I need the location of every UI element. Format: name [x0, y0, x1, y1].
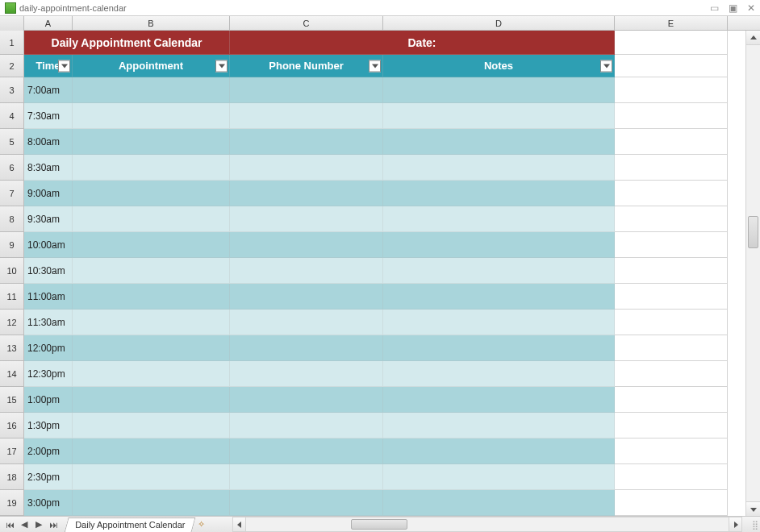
- empty-cell[interactable]: [615, 361, 728, 387]
- horizontal-scrollbar[interactable]: [232, 517, 742, 532]
- cell-time[interactable]: 8:30am: [24, 155, 73, 181]
- cell-notes[interactable]: [383, 129, 615, 155]
- cell-time[interactable]: 2:30pm: [24, 464, 73, 490]
- empty-cell[interactable]: [615, 55, 728, 77]
- cell-time[interactable]: 10:30am: [24, 258, 73, 284]
- row-header[interactable]: 8: [0, 206, 24, 232]
- sheet-tab-active[interactable]: Daily Appointment Calendar: [64, 517, 195, 532]
- row-header[interactable]: 14: [0, 361, 24, 387]
- cell-notes[interactable]: [383, 387, 615, 413]
- window-close-button[interactable]: ✕: [747, 3, 755, 13]
- sheet-nav-last[interactable]: ⏭: [47, 518, 60, 531]
- empty-cell[interactable]: [615, 464, 728, 490]
- column-header-C[interactable]: C: [230, 16, 383, 30]
- cell-phone[interactable]: [230, 181, 383, 206]
- sheet-nav-prev[interactable]: ◀: [18, 518, 31, 531]
- vertical-scroll-thumb[interactable]: [748, 216, 758, 248]
- row-header[interactable]: 5: [0, 129, 24, 155]
- cell-phone[interactable]: [230, 129, 383, 155]
- column-header-E[interactable]: E: [615, 16, 728, 30]
- column-header-A[interactable]: A: [24, 16, 73, 30]
- row-header[interactable]: 6: [0, 155, 24, 181]
- insert-sheet-button[interactable]: ✧: [194, 517, 208, 532]
- cell-phone[interactable]: [230, 77, 383, 103]
- cell-appointment[interactable]: [73, 181, 230, 206]
- sheet-nav-first[interactable]: ⏮: [3, 518, 16, 531]
- cell-appointment[interactable]: [73, 361, 230, 387]
- cell-phone[interactable]: [230, 103, 383, 129]
- empty-cell[interactable]: [615, 103, 728, 129]
- cell-notes[interactable]: [383, 464, 615, 490]
- cell-time[interactable]: 1:00pm: [24, 387, 73, 413]
- scroll-left-button[interactable]: [233, 517, 246, 531]
- cell-time[interactable]: 12:30pm: [24, 361, 73, 387]
- cell-time[interactable]: 3:00pm: [24, 490, 73, 516]
- empty-cell[interactable]: [615, 490, 728, 516]
- empty-cell[interactable]: [615, 232, 728, 258]
- cell-appointment[interactable]: [73, 464, 230, 490]
- cell-phone[interactable]: [230, 155, 383, 181]
- cell-phone[interactable]: [230, 258, 383, 284]
- resize-grip-icon[interactable]: ⣿: [745, 517, 760, 532]
- row-header[interactable]: 18: [0, 464, 24, 490]
- window-maximize-button[interactable]: ▣: [729, 3, 737, 13]
- cell-phone[interactable]: [230, 310, 383, 335]
- horizontal-scroll-thumb[interactable]: [351, 519, 407, 530]
- cell-time[interactable]: 9:00am: [24, 181, 73, 206]
- empty-cell[interactable]: [615, 181, 728, 206]
- cell-appointment[interactable]: [73, 103, 230, 129]
- title-cell-right[interactable]: Date:: [230, 31, 615, 55]
- cell-notes[interactable]: [383, 155, 615, 181]
- cell-time[interactable]: 11:30am: [24, 310, 73, 335]
- row-header[interactable]: 9: [0, 232, 24, 258]
- cell-appointment[interactable]: [73, 438, 230, 464]
- cell-notes[interactable]: [383, 284, 615, 310]
- cell-time[interactable]: 12:00pm: [24, 335, 73, 361]
- cell-phone[interactable]: [230, 206, 383, 232]
- cell-phone[interactable]: [230, 464, 383, 490]
- filter-button-time[interactable]: [58, 60, 70, 72]
- cell-notes[interactable]: [383, 103, 615, 129]
- header-notes[interactable]: Notes: [383, 55, 615, 77]
- empty-cell[interactable]: [615, 438, 728, 464]
- row-header[interactable]: 12: [0, 310, 24, 335]
- row-header[interactable]: 15: [0, 387, 24, 413]
- header-appointment[interactable]: Appointment: [73, 55, 230, 77]
- row-header[interactable]: 19: [0, 490, 24, 516]
- select-all-corner[interactable]: [0, 16, 24, 31]
- filter-button-appointment[interactable]: [215, 60, 228, 72]
- cell-appointment[interactable]: [73, 335, 230, 361]
- cell-time[interactable]: 10:00am: [24, 232, 73, 258]
- cell-appointment[interactable]: [73, 387, 230, 413]
- cell-phone[interactable]: [230, 490, 383, 516]
- cell-appointment[interactable]: [73, 155, 230, 181]
- row-header[interactable]: 4: [0, 103, 24, 129]
- cell-appointment[interactable]: [73, 232, 230, 258]
- cell-phone[interactable]: [230, 413, 383, 438]
- cell-notes[interactable]: [383, 77, 615, 103]
- cell-time[interactable]: 1:30pm: [24, 413, 73, 438]
- cell-phone[interactable]: [230, 284, 383, 310]
- cell-phone[interactable]: [230, 232, 383, 258]
- empty-cell[interactable]: [615, 258, 728, 284]
- cell-notes[interactable]: [383, 206, 615, 232]
- empty-cell[interactable]: [615, 310, 728, 335]
- cell-notes[interactable]: [383, 490, 615, 516]
- column-header-B[interactable]: B: [73, 16, 230, 30]
- row-header[interactable]: 7: [0, 181, 24, 206]
- cell-appointment[interactable]: [73, 413, 230, 438]
- scroll-up-button[interactable]: [746, 31, 760, 45]
- cell-appointment[interactable]: [73, 206, 230, 232]
- column-header-D[interactable]: D: [383, 16, 615, 30]
- cell-appointment[interactable]: [73, 258, 230, 284]
- cell-notes[interactable]: [383, 335, 615, 361]
- cell-phone[interactable]: [230, 387, 383, 413]
- grid-body[interactable]: 1 Daily Appointment Calendar Date: 2 Tim…: [0, 31, 745, 516]
- sheet-nav-next[interactable]: ▶: [32, 518, 45, 531]
- window-minimize-button[interactable]: ▭: [710, 3, 719, 13]
- row-header[interactable]: 16: [0, 413, 24, 438]
- empty-cell[interactable]: [615, 335, 728, 361]
- cell-notes[interactable]: [383, 361, 615, 387]
- row-header[interactable]: 11: [0, 284, 24, 310]
- cell-time[interactable]: 2:00pm: [24, 438, 73, 464]
